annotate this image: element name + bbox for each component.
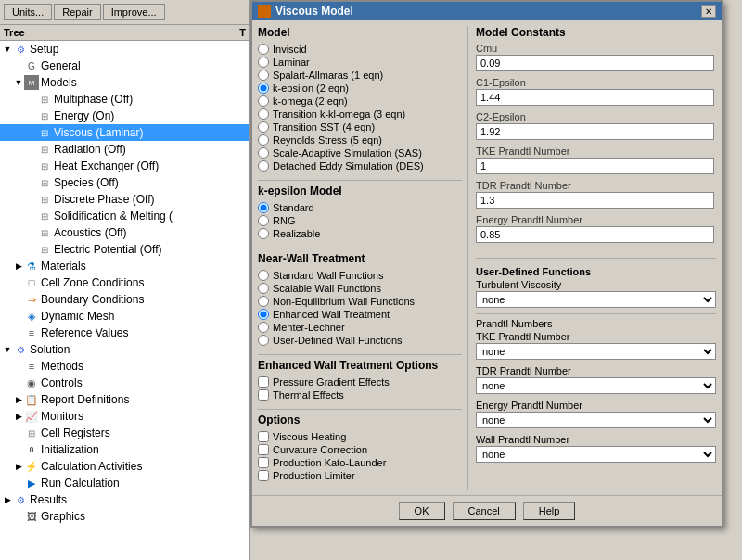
c2-epsilon-input[interactable] bbox=[476, 123, 714, 140]
sidebar-item-electric[interactable]: ⊞ Electric Potential (Off) bbox=[0, 241, 249, 258]
nw-scalable-radio[interactable] bbox=[258, 283, 269, 294]
sidebar-item-radiation[interactable]: ⊞ Radiation (Off) bbox=[0, 141, 249, 158]
sidebar-item-graphics[interactable]: 🖼 Graphics bbox=[0, 508, 249, 525]
sidebar-item-setup[interactable]: ▼ ⚙ Setup bbox=[0, 41, 249, 57]
ok-button[interactable]: OK bbox=[399, 502, 445, 520]
sidebar-item-discrete-phase[interactable]: ⊞ Discrete Phase (Off) bbox=[0, 191, 249, 208]
model-inviscid[interactable]: Inviscid bbox=[258, 43, 462, 56]
sidebar-item-results[interactable]: ▶ ⚙ Results bbox=[0, 491, 249, 508]
repair-button[interactable]: Repair bbox=[54, 4, 100, 20]
ke-rng-radio[interactable] bbox=[258, 215, 269, 226]
k-omega-radio[interactable] bbox=[258, 95, 269, 107]
sas-radio[interactable] bbox=[258, 147, 269, 159]
sidebar-item-run-calc[interactable]: ▶ Run Calculation bbox=[0, 475, 249, 491]
nw-standard[interactable]: Standard Wall Functions bbox=[258, 269, 462, 282]
ke-realizable[interactable]: Realizable bbox=[258, 227, 462, 240]
inviscid-radio[interactable] bbox=[258, 44, 269, 55]
sidebar-item-models[interactable]: ▼ M Models bbox=[0, 74, 249, 91]
model-k-epsilon[interactable]: k-epsilon (2 eqn) bbox=[258, 82, 462, 95]
sidebar-item-solution[interactable]: ▼ ⚙ Solution bbox=[0, 341, 249, 358]
cmu-input[interactable] bbox=[476, 55, 714, 71]
sidebar-item-viscous[interactable]: ⊞ Viscous (Laminar) bbox=[0, 124, 249, 141]
transition-k-radio[interactable] bbox=[258, 108, 269, 120]
ke-rng[interactable]: RNG bbox=[258, 214, 462, 227]
ke-standard-radio[interactable] bbox=[258, 202, 269, 213]
sidebar-item-cell-zone[interactable]: □ Cell Zone Conditions bbox=[0, 274, 249, 291]
nw-enhanced[interactable]: Enhanced Wall Treatment bbox=[258, 308, 462, 321]
model-reynolds[interactable]: Reynolds Stress (5 eqn) bbox=[258, 134, 462, 146]
cancel-button[interactable]: Cancel bbox=[453, 502, 516, 520]
tdr-prandtl-dropdown[interactable]: none bbox=[476, 377, 716, 394]
improve-button[interactable]: Improve... bbox=[103, 4, 165, 20]
units-button[interactable]: Units... bbox=[4, 4, 52, 20]
c1-epsilon-input[interactable] bbox=[476, 89, 714, 106]
tree-col-t: T bbox=[239, 27, 246, 38]
opt-viscous-heating[interactable]: Viscous Heating bbox=[258, 430, 462, 443]
tdr-prandtl-input[interactable] bbox=[476, 192, 714, 209]
model-laminar[interactable]: Laminar bbox=[258, 56, 462, 69]
reynolds-radio[interactable] bbox=[258, 134, 269, 146]
nw-enhanced-radio[interactable] bbox=[258, 309, 269, 320]
nw-user[interactable]: User-Defined Wall Functions bbox=[258, 334, 462, 347]
nw-user-radio[interactable] bbox=[258, 335, 269, 346]
sidebar-item-species[interactable]: ⊞ Species (Off) bbox=[0, 174, 249, 191]
turbulent-viscosity-dropdown[interactable]: none bbox=[476, 291, 716, 308]
model-spalart[interactable]: Spalart-Allmaras (1 eqn) bbox=[258, 69, 462, 82]
viscous-heating-checkbox[interactable] bbox=[258, 431, 269, 442]
sidebar-item-energy[interactable]: ⊞ Energy (On) bbox=[0, 108, 249, 124]
model-des[interactable]: Detached Eddy Simulation (DES) bbox=[258, 159, 462, 172]
sidebar-item-solidification[interactable]: ⊞ Solidification & Melting ( bbox=[0, 208, 249, 224]
wall-prandtl-dropdown[interactable]: none bbox=[476, 446, 716, 463]
sidebar-item-methods[interactable]: ≡ Methods bbox=[0, 358, 249, 375]
des-radio[interactable] bbox=[258, 160, 269, 172]
sidebar-item-general[interactable]: G General bbox=[0, 57, 249, 74]
sidebar-item-reference[interactable]: ≡ Reference Values bbox=[0, 325, 249, 341]
k-epsilon-radio[interactable] bbox=[258, 83, 269, 94]
model-sas[interactable]: Scale-Adaptive Simulation (SAS) bbox=[258, 146, 462, 159]
energy-prandtl-dropdown[interactable]: none bbox=[476, 412, 716, 428]
nw-standard-radio[interactable] bbox=[258, 270, 269, 281]
sidebar-item-multiphase[interactable]: ⊞ Multiphase (Off) bbox=[0, 91, 249, 108]
ew-pressure-grad[interactable]: Pressure Gradient Effects bbox=[258, 375, 462, 388]
sidebar-item-initialization[interactable]: 0 Initialization bbox=[0, 441, 249, 458]
spalart-radio[interactable] bbox=[258, 70, 269, 81]
opt-production-limiter[interactable]: Production Limiter bbox=[258, 469, 462, 482]
sidebar-item-report-def[interactable]: ▶ 📋 Report Definitions bbox=[0, 391, 249, 408]
cell-zone-icon: □ bbox=[24, 275, 39, 290]
laminar-radio[interactable] bbox=[258, 57, 269, 68]
model-transition-k[interactable]: Transition k-kl-omega (3 eqn) bbox=[258, 108, 462, 121]
model-transition-sst[interactable]: Transition SST (4 eqn) bbox=[258, 121, 462, 134]
sidebar-item-acoustics[interactable]: ⊞ Acoustics (Off) bbox=[0, 224, 249, 241]
sidebar-item-heat-exchanger[interactable]: ⊞ Heat Exchanger (Off) bbox=[0, 158, 249, 174]
opt-production-kato[interactable]: Production Kato-Launder bbox=[258, 456, 462, 469]
nw-scalable[interactable]: Scalable Wall Functions bbox=[258, 282, 462, 295]
transition-sst-radio[interactable] bbox=[258, 121, 269, 133]
production-kato-checkbox[interactable] bbox=[258, 457, 269, 468]
ke-realizable-radio[interactable] bbox=[258, 228, 269, 239]
sidebar-item-monitors[interactable]: ▶ 📈 Monitors bbox=[0, 408, 249, 425]
tke-prandtl-input[interactable] bbox=[476, 158, 714, 174]
nw-non-eq[interactable]: Non-Equilibrium Wall Functions bbox=[258, 295, 462, 308]
nw-menter-radio[interactable] bbox=[258, 322, 269, 333]
nw-non-eq-radio[interactable] bbox=[258, 296, 269, 307]
ke-standard[interactable]: Standard bbox=[258, 201, 462, 214]
sidebar-item-dynamic-mesh[interactable]: ◈ Dynamic Mesh bbox=[0, 308, 249, 325]
sidebar-item-calc-activities[interactable]: ▶ ⚡ Calculation Activities bbox=[0, 458, 249, 475]
species-label: Species (Off) bbox=[54, 176, 119, 189]
model-k-omega[interactable]: k-omega (2 eqn) bbox=[258, 95, 462, 108]
opt-curvature[interactable]: Curvature Correction bbox=[258, 443, 462, 456]
curvature-checkbox[interactable] bbox=[258, 444, 269, 455]
pressure-grad-checkbox[interactable] bbox=[258, 376, 269, 388]
ew-thermal[interactable]: Thermal Effects bbox=[258, 388, 462, 401]
tke-prandtl-dropdown[interactable]: none bbox=[476, 343, 716, 360]
thermal-checkbox[interactable] bbox=[258, 389, 269, 401]
sidebar-item-boundary[interactable]: ⇒ Boundary Conditions bbox=[0, 291, 249, 308]
nw-menter[interactable]: Menter-Lechner bbox=[258, 321, 462, 334]
energy-prandtl-input[interactable] bbox=[476, 226, 714, 243]
sidebar-item-materials[interactable]: ▶ ⚗ Materials bbox=[0, 258, 249, 274]
sidebar-item-cell-registers[interactable]: ⊞ Cell Registers bbox=[0, 425, 249, 441]
production-limiter-checkbox[interactable] bbox=[258, 470, 269, 481]
sidebar-item-controls[interactable]: ◉ Controls bbox=[0, 375, 249, 391]
help-button[interactable]: Help bbox=[523, 502, 576, 520]
dialog-close-button[interactable]: ✕ bbox=[701, 5, 716, 18]
